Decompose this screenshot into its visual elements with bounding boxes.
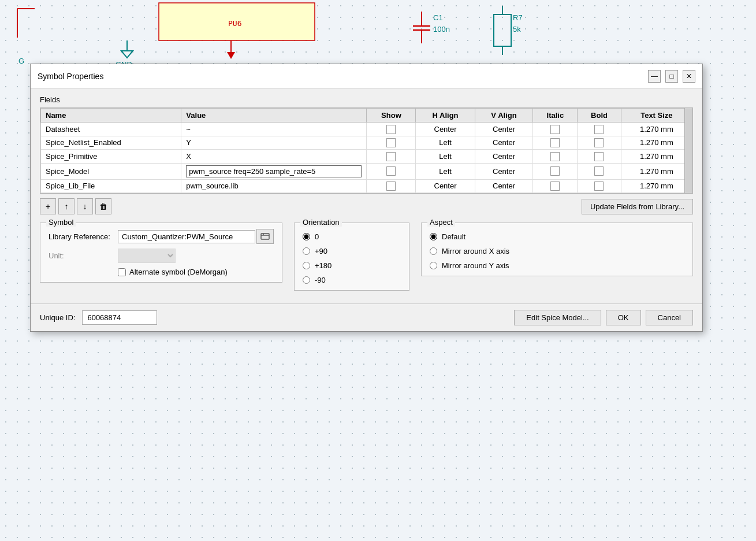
orientation-option[interactable]: -90 [303, 276, 401, 284]
bold-checkbox[interactable] [594, 166, 604, 176]
orientation-option[interactable]: 0 [303, 232, 401, 241]
aspect-radio[interactable] [430, 233, 437, 240]
orientation-radio[interactable] [303, 262, 310, 269]
orientation-label: 0 [315, 232, 319, 241]
italic-checkbox[interactable] [550, 166, 560, 176]
cell-value-input[interactable] [186, 165, 362, 177]
unique-id-input[interactable] [82, 310, 157, 325]
library-reference-input[interactable] [118, 230, 255, 243]
cell-italic[interactable] [533, 136, 578, 150]
cell-h-align: Center [416, 123, 475, 136]
move-up-button[interactable]: ↑ [58, 198, 75, 214]
aspect-radio[interactable] [430, 247, 437, 255]
cell-text-size: 1.270 mm [621, 136, 692, 150]
cell-v-align: Center [475, 179, 533, 193]
aspect-option[interactable]: Mirror around Y axis [430, 261, 684, 270]
cell-show[interactable] [367, 136, 416, 150]
cell-value[interactable]: pwm_source.lib [181, 179, 367, 193]
aspect-option[interactable]: Default [430, 232, 684, 241]
cell-text-size: 1.270 mm [621, 179, 692, 193]
show-checkbox[interactable] [386, 181, 396, 191]
close-button[interactable]: ✕ [683, 70, 695, 83]
cell-bold[interactable] [578, 123, 621, 136]
cell-v-align: Center [475, 163, 533, 179]
show-checkbox[interactable] [386, 152, 396, 161]
show-checkbox[interactable] [386, 125, 396, 134]
cell-show[interactable] [367, 179, 416, 193]
cell-h-align: Left [416, 136, 475, 150]
cell-value[interactable]: Y [181, 136, 367, 150]
cell-show[interactable] [367, 163, 416, 179]
cell-v-align: Center [475, 150, 533, 164]
cell-italic[interactable] [533, 150, 578, 164]
show-checkbox[interactable] [386, 166, 396, 176]
maximize-button[interactable]: □ [665, 70, 678, 83]
cell-name: Datasheet [41, 123, 181, 136]
bold-checkbox[interactable] [594, 138, 604, 147]
cell-text-size: 1.270 mm [621, 150, 692, 164]
cell-show[interactable] [367, 123, 416, 136]
orientation-section: Orientation 0+90+180-90 [294, 223, 409, 291]
symbol-properties-dialog: Symbol Properties — □ ✕ Fields Name Valu… [30, 64, 703, 332]
table-scrollbar[interactable] [684, 108, 692, 193]
orientation-option[interactable]: +180 [303, 261, 401, 270]
bold-checkbox[interactable] [594, 181, 604, 191]
col-v-align: V Align [475, 109, 533, 123]
show-checkbox[interactable] [386, 138, 396, 147]
edit-spice-model-button[interactable]: Edit Spice Model... [514, 310, 601, 325]
aspect-group-label: Aspect [427, 218, 455, 227]
cell-italic[interactable] [533, 123, 578, 136]
cancel-button[interactable]: Cancel [646, 310, 693, 325]
cell-bold[interactable] [578, 150, 621, 164]
italic-checkbox[interactable] [550, 152, 560, 161]
cell-value[interactable]: ~ [181, 123, 367, 136]
table-row[interactable]: Spice_ModelLeftCenter1.270 mm [41, 163, 692, 179]
aspect-label: Default [442, 232, 465, 241]
cell-value[interactable] [181, 163, 367, 179]
cell-show[interactable] [367, 150, 416, 164]
table-row[interactable]: Spice_Netlist_EnabledYLeftCenter1.270 mm [41, 136, 692, 150]
orientation-radio[interactable] [303, 276, 310, 284]
fields-toolbar: + ↑ ↓ 🗑 Update Fields from Library... [40, 198, 693, 214]
table-row[interactable]: Spice_Lib_Filepwm_source.libCenterCenter… [41, 179, 692, 193]
minimize-button[interactable]: — [648, 70, 661, 83]
italic-checkbox[interactable] [550, 125, 560, 134]
title-bar-controls: — □ ✕ [648, 70, 695, 83]
delete-row-button[interactable]: 🗑 [95, 198, 111, 214]
aspect-option[interactable]: Mirror around X axis [430, 247, 684, 255]
orientation-group-label: Orientation [300, 218, 342, 227]
bold-checkbox[interactable] [594, 125, 604, 134]
cell-v-align: Center [475, 136, 533, 150]
col-h-align: H Align [416, 109, 475, 123]
orientation-radio-group: 0+90+180-90 [303, 232, 401, 284]
cell-bold[interactable] [578, 179, 621, 193]
cell-bold[interactable] [578, 163, 621, 179]
orientation-label: -90 [315, 276, 326, 284]
add-row-button[interactable]: + [40, 198, 56, 214]
unique-id-label: Unique ID: [40, 313, 75, 322]
cell-text-size: 1.270 mm [621, 123, 692, 136]
update-fields-button[interactable]: Update Fields from Library... [582, 199, 693, 214]
ok-button[interactable]: OK [606, 310, 641, 325]
italic-checkbox[interactable] [550, 181, 560, 191]
aspect-section: Aspect DefaultMirror around X axisMirror… [421, 223, 693, 291]
alternate-symbol-checkbox[interactable] [118, 268, 126, 276]
unit-select[interactable] [118, 249, 176, 263]
table-row[interactable]: Spice_PrimitiveXLeftCenter1.270 mm [41, 150, 692, 164]
browse-library-button[interactable] [256, 229, 274, 244]
move-down-button[interactable]: ↓ [77, 198, 93, 214]
orientation-label: +90 [315, 247, 327, 255]
col-text-size: Text Size [621, 109, 692, 123]
cell-bold[interactable] [578, 136, 621, 150]
table-row[interactable]: Datasheet~CenterCenter1.270 mm [41, 123, 692, 136]
bold-checkbox[interactable] [594, 152, 604, 161]
cell-italic[interactable] [533, 163, 578, 179]
orientation-option[interactable]: +90 [303, 247, 401, 255]
aspect-radio[interactable] [430, 262, 437, 269]
cell-italic[interactable] [533, 179, 578, 193]
cell-name: Spice_Model [41, 163, 181, 179]
orientation-radio[interactable] [303, 233, 310, 240]
cell-value[interactable]: X [181, 150, 367, 164]
orientation-radio[interactable] [303, 247, 310, 255]
italic-checkbox[interactable] [550, 138, 560, 147]
